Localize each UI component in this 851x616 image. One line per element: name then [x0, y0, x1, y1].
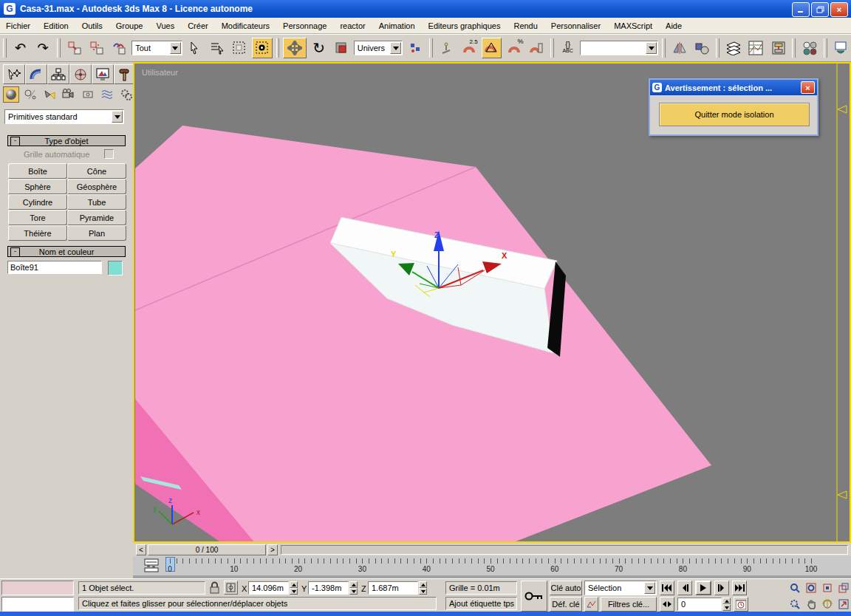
- angle-snap-button[interactable]: [482, 38, 502, 58]
- object-button-tube[interactable]: Tube: [67, 194, 126, 210]
- undo-button[interactable]: ↶: [10, 38, 30, 58]
- category-systems[interactable]: [118, 86, 134, 103]
- rollout-name-color[interactable]: - Nom et couleur: [7, 246, 126, 257]
- menu-aide[interactable]: Aide: [666, 21, 682, 30]
- named-selection-dropdown[interactable]: [580, 41, 658, 55]
- collapse-icon[interactable]: -: [10, 247, 20, 257]
- object-button-cone[interactable]: Cône: [67, 163, 126, 179]
- menu-edition[interactable]: Edition: [44, 21, 69, 30]
- reference-coordinate-dropdown[interactable]: Univers: [354, 41, 403, 55]
- rectangular-selection-button[interactable]: [230, 38, 250, 58]
- absolute-offset-toggle[interactable]: [224, 581, 238, 595]
- maxscript-mini-listener-pink[interactable]: [1, 581, 74, 595]
- object-button-tore[interactable]: Tore: [8, 210, 67, 225]
- current-frame-field[interactable]: 0: [677, 598, 722, 611]
- go-to-start-button[interactable]: [660, 581, 674, 595]
- clipping-marker-top[interactable]: [838, 106, 847, 113]
- object-button-pyramide[interactable]: Pyramide: [67, 210, 126, 225]
- object-button-geosphere[interactable]: Géosphère: [67, 179, 126, 194]
- curve-editor-button[interactable]: [745, 38, 765, 58]
- pan-hand-button[interactable]: [804, 597, 818, 612]
- primitives-dropdown[interactable]: Primitives standard: [4, 109, 124, 124]
- menu-maxscript[interactable]: MAXScript: [614, 21, 652, 30]
- chevron-down-icon[interactable]: [170, 42, 181, 54]
- tab-display[interactable]: [92, 64, 114, 84]
- time-slider-track[interactable]: [281, 545, 848, 555]
- clipping-marker-bottom[interactable]: [838, 491, 847, 499]
- tab-motion[interactable]: [69, 64, 92, 84]
- object-button-boite[interactable]: Boîte: [8, 163, 67, 179]
- menu-editeurs-graphiques[interactable]: Editeurs graphiques: [428, 21, 501, 30]
- arc-rotate-button[interactable]: [820, 597, 835, 612]
- link-button[interactable]: [64, 38, 84, 58]
- track-bar[interactable]: 0102030405060708090100: [133, 556, 851, 578]
- next-frame-button[interactable]: [714, 581, 729, 595]
- menu-rendu[interactable]: Rendu: [513, 21, 537, 30]
- menu-animation[interactable]: Animation: [379, 21, 415, 30]
- default-in-out-tangent-button[interactable]: [584, 597, 598, 612]
- previous-frame-button[interactable]: [677, 581, 692, 595]
- time-tag-field[interactable]: Ajout étiquette tps: [445, 597, 517, 610]
- select-by-name-button[interactable]: [207, 38, 227, 58]
- menu-personnage[interactable]: Personnage: [283, 21, 327, 30]
- dialog-close-button[interactable]: ×: [801, 81, 815, 94]
- redo-button[interactable]: ↷: [33, 38, 52, 58]
- maxscript-mini-listener-white[interactable]: [1, 597, 74, 612]
- maximize-viewport-toggle[interactable]: [836, 597, 851, 612]
- time-configuration-button[interactable]: [734, 597, 748, 612]
- named-selection-sets-button[interactable]: {}ABC: [558, 38, 578, 58]
- y-spinner[interactable]: [349, 581, 358, 595]
- material-editor-button[interactable]: [799, 38, 819, 58]
- bind-spacewarp-button[interactable]: [109, 38, 129, 58]
- minimize-button[interactable]: [792, 2, 810, 17]
- toolbar-grip[interactable]: [3, 38, 7, 58]
- use-center-button[interactable]: [405, 38, 425, 58]
- category-spacewarps[interactable]: [99, 86, 115, 103]
- key-mode-toggle[interactable]: [660, 597, 674, 612]
- snap-toggle-25-button[interactable]: 2.5: [459, 38, 479, 58]
- plane-object[interactable]: [135, 126, 711, 541]
- object-color-swatch[interactable]: [108, 261, 123, 276]
- selection-filter-dropdown[interactable]: Tout: [131, 41, 182, 55]
- mirror-button[interactable]: [669, 38, 689, 58]
- play-button[interactable]: [695, 581, 711, 595]
- unlink-button[interactable]: [86, 38, 106, 58]
- zoom-extents-all-button[interactable]: [836, 581, 851, 595]
- chevron-down-icon[interactable]: [644, 582, 655, 594]
- quit-isolation-button[interactable]: Quitter mode isolation: [659, 103, 810, 126]
- chevron-down-icon[interactable]: [646, 42, 657, 54]
- key-filters-button[interactable]: Filtres clé...: [601, 597, 657, 612]
- category-helpers[interactable]: [80, 86, 96, 103]
- object-button-sphere[interactable]: Sphère: [8, 179, 67, 194]
- object-name-field[interactable]: [7, 261, 102, 274]
- category-geometry[interactable]: [3, 86, 19, 103]
- z-coord-field[interactable]: 1.687m: [368, 581, 418, 595]
- time-slider-button[interactable]: 0 / 100: [148, 544, 266, 555]
- object-button-theiere[interactable]: Théière: [8, 225, 67, 241]
- align-button[interactable]: [692, 38, 712, 58]
- menu-groupe[interactable]: Groupe: [116, 21, 143, 30]
- menu-reactor[interactable]: reactor: [340, 21, 365, 30]
- chevron-down-icon[interactable]: [390, 42, 401, 54]
- frame-spinner[interactable]: [722, 598, 731, 611]
- auto-key-button[interactable]: Clé auto: [550, 581, 582, 595]
- frame-back-button[interactable]: <: [136, 544, 146, 555]
- window-crossing-toggle[interactable]: [252, 38, 272, 58]
- rotate-tool-button[interactable]: ↻: [309, 38, 329, 58]
- tab-hierarchy[interactable]: [47, 64, 69, 84]
- zoom-all-button[interactable]: [804, 581, 818, 595]
- menu-modificateurs[interactable]: Modificateurs: [222, 21, 270, 30]
- move-tool-button[interactable]: [283, 38, 306, 58]
- z-spinner[interactable]: [419, 581, 427, 595]
- region-zoom-button[interactable]: [787, 597, 802, 612]
- tab-modify[interactable]: [25, 64, 47, 84]
- selection-lock-icon[interactable]: [210, 581, 219, 595]
- zoom-extents-button[interactable]: [820, 581, 835, 595]
- menu-creer[interactable]: Créer: [188, 21, 208, 30]
- schematic-view-button[interactable]: [768, 38, 788, 58]
- set-key-button[interactable]: Déf. clé: [550, 597, 582, 612]
- go-to-end-button[interactable]: [732, 581, 747, 595]
- layer-manager-button[interactable]: [723, 38, 743, 58]
- object-button-plan[interactable]: Plan: [67, 225, 126, 241]
- object-button-cylindre[interactable]: Cylindre: [8, 194, 67, 210]
